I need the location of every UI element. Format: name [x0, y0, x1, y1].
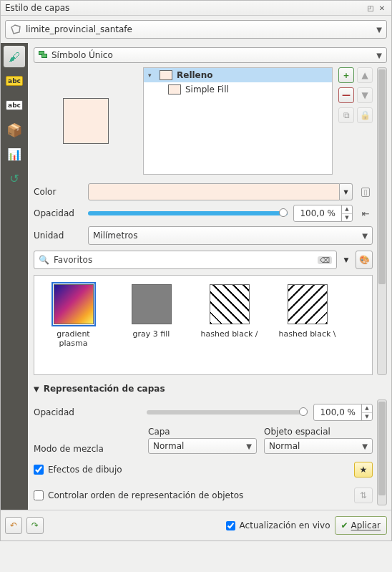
- favorites-dropdown[interactable]: ▼: [341, 251, 351, 269]
- style-item-hash-fwd[interactable]: hashed black /: [199, 284, 260, 366]
- layer-rendering-header[interactable]: ▼ Representación de capas: [34, 382, 387, 395]
- close-icon[interactable]: ✕: [377, 3, 387, 13]
- star-icon: ★: [360, 465, 368, 475]
- tab-masks[interactable]: abc: [4, 94, 25, 116]
- apply-button[interactable]: ✔ Aplicar: [335, 516, 387, 535]
- style-item-plasma[interactable]: gradient plasma: [43, 284, 104, 366]
- blend-layer-header: Capa: [148, 427, 257, 437]
- sort-order-button[interactable]: ⇅: [354, 488, 373, 503]
- layer-selector-row: limite_provincial_santafe ▼: [1, 16, 391, 43]
- blend-layer-combo[interactable]: Normal ▼: [148, 438, 257, 454]
- collapse-icon[interactable]: ▾: [148, 72, 155, 79]
- duplicate-button[interactable]: ⧉: [338, 107, 354, 123]
- abc-yellow-icon: abc: [6, 76, 23, 86]
- layer-selector-text: limite_provincial_santafe: [26, 24, 373, 34]
- fill-chip-icon: [160, 70, 172, 80]
- redo-icon: ↷: [31, 520, 39, 530]
- spin-up[interactable]: ▲: [362, 404, 372, 413]
- tab-history[interactable]: ↺: [4, 168, 25, 189]
- blend-layer-column: Capa Normal ▼: [148, 427, 257, 454]
- move-down-button[interactable]: ▼: [357, 87, 373, 103]
- favorites-toolbar: 🔍 Favoritos ⌫ ▼ 🎨: [34, 251, 373, 269]
- sort-icon: ⇅: [360, 490, 367, 500]
- layer-opacity-spinbox[interactable]: 100,0 % ▲▼: [313, 404, 373, 421]
- control-order-row: Controlar orden de representación de obj…: [34, 485, 373, 505]
- opacity-slider[interactable]: [88, 206, 288, 220]
- style-item-hash-back[interactable]: hashed black \: [277, 284, 338, 366]
- customize-effects-button[interactable]: ★: [354, 462, 373, 478]
- tab-symbology[interactable]: 🖌: [4, 46, 25, 67]
- vertical-scrollbar-upper[interactable]: [377, 67, 387, 375]
- upper-scroll-area: ▾ Relleno Simple Fill ＋▲ —▼: [34, 67, 387, 375]
- polygon-icon: [10, 24, 21, 35]
- blend-feature-column: Objeto espacial Normal ▼: [264, 427, 373, 454]
- minus-icon: —: [342, 90, 351, 100]
- tab-diagrams[interactable]: 📊: [4, 143, 25, 165]
- unit-row: Unidad Milímetros ▼: [34, 226, 373, 245]
- layer-opacity-slider[interactable]: [147, 405, 308, 420]
- unit-label: Unidad: [34, 231, 82, 241]
- chevron-down-icon: ▼: [373, 26, 382, 34]
- symbol-layer-tree[interactable]: ▾ Relleno Simple Fill: [143, 67, 333, 175]
- color-dropdown-button[interactable]: ▼: [340, 183, 353, 200]
- remove-symbol-layer-button[interactable]: —: [338, 87, 354, 103]
- brush-icon: 🖌: [9, 50, 20, 64]
- abc-white-icon: abc: [6, 100, 23, 110]
- fill-chip-icon: [168, 84, 181, 94]
- live-update-label: Actualización en vivo: [240, 520, 330, 530]
- bottom-bar: ↶ ↷ Actualización en vivo ✔ Aplicar: [1, 510, 391, 541]
- opacity-value: 100,0 %: [294, 205, 341, 221]
- draw-effects-checkbox[interactable]: [34, 465, 44, 475]
- color-picker[interactable]: [88, 183, 340, 200]
- layer-selector[interactable]: limite_provincial_santafe ▼: [5, 20, 387, 39]
- renderer-selector[interactable]: Símbolo Único ▼: [34, 47, 387, 63]
- opacity-spinbox[interactable]: 100,0 % ▲▼: [293, 205, 353, 222]
- swirl-icon: ↺: [9, 172, 19, 185]
- style-label: gray 3 fill: [133, 330, 170, 339]
- undo-button[interactable]: ↶: [5, 517, 22, 534]
- stack-icon: 📊: [7, 147, 21, 161]
- tree-row-simplefill[interactable]: Simple Fill: [144, 82, 332, 97]
- spin-up[interactable]: ▲: [342, 205, 352, 214]
- clear-search-icon[interactable]: ⌫: [318, 256, 332, 264]
- tree-row-relleno[interactable]: ▾ Relleno: [144, 68, 332, 82]
- data-defined-override[interactable]: ▯: [358, 185, 373, 199]
- layer-rendering-title: Representación de capas: [44, 384, 165, 394]
- triangle-down-icon: ▼: [361, 90, 368, 100]
- vertical-scrollbar-lower[interactable]: [377, 399, 387, 505]
- left-tab-bar: 🖌 abc abc 📦 📊 ↺: [1, 43, 28, 510]
- check-icon: ✔: [341, 520, 348, 530]
- chevron-down-icon: ▼: [373, 52, 382, 59]
- chevron-down-icon: ▼: [344, 256, 349, 263]
- redo-button[interactable]: ↷: [26, 517, 44, 534]
- data-defined-override[interactable]: ⇤: [358, 206, 373, 220]
- single-symbol-icon: [39, 51, 49, 59]
- style-thumb: [210, 284, 250, 324]
- unit-selector[interactable]: Milímetros ▼: [88, 226, 373, 245]
- spin-down[interactable]: ▼: [362, 413, 372, 421]
- add-symbol-layer-button[interactable]: ＋: [338, 67, 354, 83]
- triangle-up-icon: ▲: [361, 70, 368, 80]
- detach-icon[interactable]: ◰: [366, 3, 376, 13]
- right-pane: Símbolo Único ▼ ▾ Relleno: [28, 43, 391, 510]
- favorites-search[interactable]: 🔍 Favoritos ⌫: [34, 251, 337, 269]
- blend-feature-combo[interactable]: Normal ▼: [264, 438, 373, 454]
- tab-3dview[interactable]: 📦: [4, 119, 25, 140]
- copy-icon: ⧉: [343, 110, 350, 120]
- lock-button[interactable]: 🔒: [357, 107, 373, 123]
- style-item-gray3[interactable]: gray 3 fill: [121, 284, 182, 366]
- blend-feature-header: Objeto espacial: [264, 427, 373, 437]
- spin-down[interactable]: ▼: [342, 214, 352, 222]
- style-thumb: [54, 284, 94, 324]
- style-thumb: [132, 284, 172, 324]
- tab-labels[interactable]: abc: [4, 70, 25, 92]
- lower-scroll-area: Opacidad 100,0 % ▲▼ Modo de mezcla: [34, 399, 387, 505]
- style-manager-button[interactable]: 🎨: [356, 251, 373, 269]
- cube-icon: 📦: [6, 122, 22, 137]
- control-order-checkbox[interactable]: [34, 490, 44, 500]
- layer-opacity-row: Opacidad 100,0 % ▲▼: [34, 404, 373, 421]
- live-update-checkbox[interactable]: [226, 521, 235, 530]
- renderer-selector-text: Símbolo Único: [52, 50, 373, 60]
- move-up-button[interactable]: ▲: [357, 67, 373, 83]
- collapse-icon: ▼: [34, 385, 39, 393]
